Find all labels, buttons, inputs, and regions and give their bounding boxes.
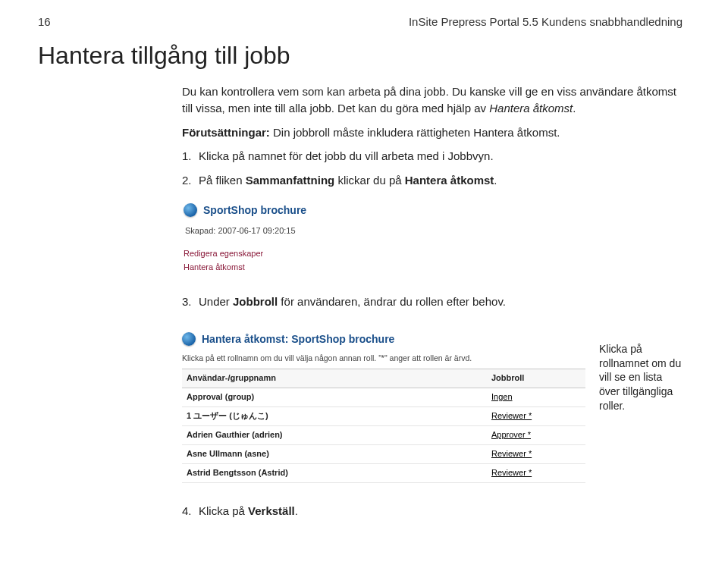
user-name: Adrien Gauthier (adrien) [182, 425, 487, 444]
steps-list-3: 4. Klicka på Verkställ. [182, 503, 682, 519]
ss2-header: Hantera åtkomst: SportShop brochure [182, 331, 585, 347]
roles-table: Användar-/gruppnamn Jobbroll Approval (g… [182, 369, 585, 483]
steps-list: 1. Klicka på namnet för det jobb du vill… [182, 148, 682, 189]
ss1-title-row: SportShop brochure [184, 202, 438, 218]
role-select[interactable]: Reviewer * [491, 449, 532, 458]
col-role: Jobbroll [487, 369, 585, 388]
prerequisites-line: Förutsättningar: Din jobbroll måste inkl… [182, 124, 682, 141]
step-number: 2. [182, 172, 199, 189]
role-select[interactable]: Ingen [491, 392, 513, 401]
step-text: Klicka på namnet för det jobb du vill ar… [199, 148, 494, 165]
t: Hantera åtkomst [405, 174, 494, 187]
step-number: 1. [182, 148, 199, 165]
step-3: 3. Under Jobbroll för användaren, ändrar… [182, 293, 682, 310]
role-select[interactable]: Reviewer * [491, 468, 532, 477]
t: Under [199, 295, 233, 308]
page-header: 16 InSite Prepress Portal 5.5 Kundens sn… [38, 15, 682, 28]
t: Verkställ [248, 504, 295, 517]
t: Jobbroll [233, 295, 278, 308]
t: På fliken [199, 174, 246, 187]
body-content: Du kan kontrollera vem som kan arbeta på… [182, 83, 682, 519]
t: klickar du på [334, 174, 405, 187]
step-text: Under Jobbroll för användaren, ändrar du… [199, 293, 506, 310]
step-4: 4. Klicka på Verkställ. [182, 503, 682, 519]
step-number: 4. [182, 503, 199, 519]
page-number: 16 [38, 15, 51, 28]
t: . [295, 504, 298, 517]
step-2: 2. På fliken Sammanfattning klickar du p… [182, 172, 682, 189]
intro-paragraph: Du kan kontrollera vem som kan arbeta på… [182, 83, 682, 117]
role-select[interactable]: Approver * [491, 430, 531, 439]
job-icon [182, 332, 196, 346]
user-name: Asne Ullmann (asne) [182, 444, 487, 463]
t: . [494, 174, 497, 187]
manage-access-title: Hantera åtkomst: SportShop brochure [202, 331, 394, 347]
role-select[interactable]: Reviewer * [491, 411, 532, 420]
screenshot-access-wrap: Hantera åtkomst: SportShop brochure Klic… [182, 319, 682, 497]
intro-text: Du kan kontrollera vem som kan arbeta på… [182, 85, 676, 115]
job-title: SportShop brochure [203, 202, 306, 218]
step-text: På fliken Sammanfattning klickar du på H… [199, 172, 497, 189]
job-icon [184, 203, 197, 217]
table-row: Asne Ullmann (asne) Reviewer * [182, 444, 585, 463]
table-header-row: Användar-/gruppnamn Jobbroll [182, 369, 585, 388]
edit-properties-link[interactable]: Redigera egenskaper [184, 248, 438, 260]
user-name: Approval (group) [182, 388, 487, 407]
prereq-text: Din jobbroll måste inkludera rättigheten… [270, 126, 560, 139]
user-name: 1 ユーザー (じゅんこ) [182, 407, 487, 426]
step-number: 3. [182, 293, 199, 310]
margin-note: Klicka på rollnamnet om du vill se en li… [599, 319, 682, 413]
t: Sammanfattning [246, 174, 335, 187]
prereq-label: Förutsättningar: [182, 126, 270, 139]
page-title: Hantera tillgång till jobb [38, 42, 682, 70]
table-row: 1 ユーザー (じゅんこ) Reviewer * [182, 407, 585, 426]
manage-access-hint: Klicka på ett rollnamn om du vill välja … [182, 353, 585, 364]
table-row: Approval (group) Ingen [182, 388, 585, 407]
intro-period: . [573, 102, 576, 115]
step-1: 1. Klicka på namnet för det jobb du vill… [182, 148, 682, 165]
user-name: Astrid Bengtsson (Astrid) [182, 463, 487, 482]
t: Klicka på [199, 504, 248, 517]
step-text: Klicka på Verkställ. [199, 503, 298, 519]
t: för användaren, ändrar du rollen efter b… [278, 295, 506, 308]
manage-access-link[interactable]: Hantera åtkomst [184, 262, 438, 274]
table-row: Astrid Bengtsson (Astrid) Reviewer * [182, 463, 585, 482]
job-created-text: Skapad: 2007-06-17 09:20:15 [185, 225, 438, 237]
screenshot-manage-access: Hantera åtkomst: SportShop brochure Klic… [182, 328, 585, 483]
screenshot-job-summary: SportShop brochure Skapad: 2007-06-17 09… [182, 198, 440, 280]
steps-list-2: 3. Under Jobbroll för användaren, ändrar… [182, 293, 682, 310]
col-user: Användar-/gruppnamn [182, 369, 487, 388]
doc-title: InSite Prepress Portal 5.5 Kundens snabb… [409, 15, 682, 28]
table-row: Adrien Gauthier (adrien) Approver * [182, 425, 585, 444]
intro-feature-name: Hantera åtkomst [489, 102, 573, 115]
